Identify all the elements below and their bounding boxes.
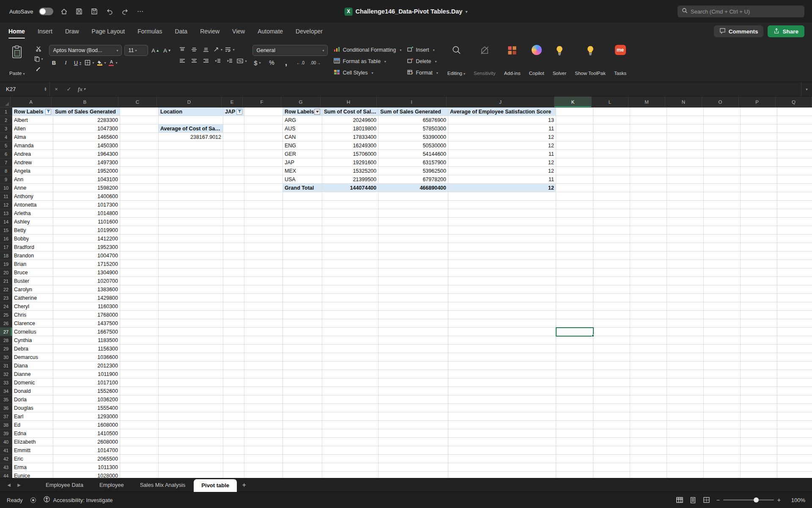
cell-D42[interactable] [159,455,223,463]
cell-J32[interactable] [448,370,556,378]
cell-L36[interactable] [593,404,630,412]
cell-C37[interactable] [120,412,159,421]
cell-A34[interactable]: Donald [12,387,53,395]
row-header-37[interactable]: 37 [0,412,12,421]
cell-G25[interactable] [283,311,322,319]
cell-P7[interactable] [741,158,777,167]
cell-K5[interactable] [556,141,593,150]
cell-F38[interactable] [244,421,283,429]
align-left-icon[interactable] [178,56,187,66]
cell-K8[interactable] [556,167,593,175]
cell-M18[interactable] [630,251,667,260]
cell-N5[interactable] [667,141,704,150]
cell-O2[interactable] [704,116,741,124]
row-header-12[interactable]: 12 [0,201,12,209]
cell-E19[interactable] [223,260,244,268]
cell-I7[interactable]: 63157900 [379,158,448,167]
cell-Q19[interactable] [777,260,812,268]
row-header-34[interactable]: 34 [0,387,12,395]
cell-B16[interactable]: 1412200 [53,235,120,243]
cell-J21[interactable] [448,277,556,285]
cell-C24[interactable] [120,302,159,311]
cell-Q39[interactable] [777,429,812,438]
cell-B15[interactable]: 1019900 [53,226,120,235]
cell-D44[interactable] [159,472,223,478]
cell-H5[interactable]: 16249300 [322,141,379,150]
cell-G39[interactable] [283,429,322,438]
cell-K18[interactable] [556,251,593,260]
cut-button[interactable] [34,45,43,52]
cell-D13[interactable] [159,209,223,218]
cell-I3[interactable]: 57850300 [379,124,448,133]
cell-Q29[interactable] [777,345,812,353]
cell-Q4[interactable] [777,133,812,141]
cell-E42[interactable] [223,455,244,463]
cell-D17[interactable] [159,243,223,251]
cell-B43[interactable]: 1011300 [53,463,120,472]
cell-P36[interactable] [741,404,777,412]
cell-G14[interactable] [283,218,322,226]
accessibility-status[interactable]: Accessibility: Investigate [44,496,113,504]
sensitivity-button[interactable]: Sensitivity [470,43,499,78]
font-color-button[interactable]: A [108,58,118,67]
cell-H41[interactable] [322,446,379,455]
sheet-tab-sales-mix-analysis[interactable]: Sales Mix Analysis [132,478,193,492]
cell-E21[interactable] [223,277,244,285]
cell-J25[interactable] [448,311,556,319]
cell-I21[interactable] [379,277,448,285]
row-header-2[interactable]: 2 [0,116,12,124]
cell-G41[interactable] [283,446,322,455]
cell-K22[interactable] [556,285,593,294]
cell-L25[interactable] [593,311,630,319]
cell-M33[interactable] [630,378,667,387]
cell-C40[interactable] [120,438,159,446]
cell-N36[interactable] [667,404,704,412]
cell-B4[interactable]: 1465600 [53,133,120,141]
cell-A10[interactable]: Anne [12,184,53,192]
format-cells-button[interactable]: Format [407,68,438,78]
cell-D35[interactable] [159,395,223,404]
cell-D31[interactable] [159,362,223,370]
cell-M14[interactable] [630,218,667,226]
delete-cells-button[interactable]: Delete [407,56,438,66]
cell-J3[interactable]: 11 [448,124,556,133]
cell-H9[interactable]: 21399500 [322,175,379,184]
cell-E16[interactable] [223,235,244,243]
cell-A27[interactable]: Cornelius [12,328,53,336]
cell-D8[interactable] [159,167,223,175]
zoom-percentage[interactable]: 100% [787,497,805,503]
cell-M30[interactable] [630,353,667,362]
cell-M40[interactable] [630,438,667,446]
cell-Q38[interactable] [777,421,812,429]
cell-E2[interactable] [223,116,244,124]
cell-G32[interactable] [283,370,322,378]
cell-C42[interactable] [120,455,159,463]
cell-B22[interactable]: 1383600 [53,285,120,294]
cell-J29[interactable] [448,345,556,353]
cell-B34[interactable]: 1552600 [53,387,120,395]
row-header-23[interactable]: 23 [0,294,12,302]
cell-F23[interactable] [244,294,283,302]
filter-dropdown-icon[interactable] [314,109,320,115]
cell-D22[interactable] [159,285,223,294]
cell-E44[interactable] [223,472,244,478]
cell-F19[interactable] [244,260,283,268]
cell-I34[interactable] [379,387,448,395]
cell-G31[interactable] [283,362,322,370]
cell-M25[interactable] [630,311,667,319]
cell-L24[interactable] [593,302,630,311]
cell-O39[interactable] [704,429,741,438]
cell-M38[interactable] [630,421,667,429]
cell-N30[interactable] [667,353,704,362]
cell-M3[interactable] [630,124,667,133]
cell-H8[interactable]: 15325200 [322,167,379,175]
cell-I2[interactable]: 65876900 [379,116,448,124]
cell-A11[interactable]: Anthony [12,192,53,201]
cell-G28[interactable] [283,336,322,345]
col-header-F[interactable]: F [243,97,281,108]
cell-G43[interactable] [283,463,322,472]
cell-G33[interactable] [283,378,322,387]
cell-N26[interactable] [667,319,704,328]
cell-Q5[interactable] [777,141,812,150]
cell-P3[interactable] [741,124,777,133]
